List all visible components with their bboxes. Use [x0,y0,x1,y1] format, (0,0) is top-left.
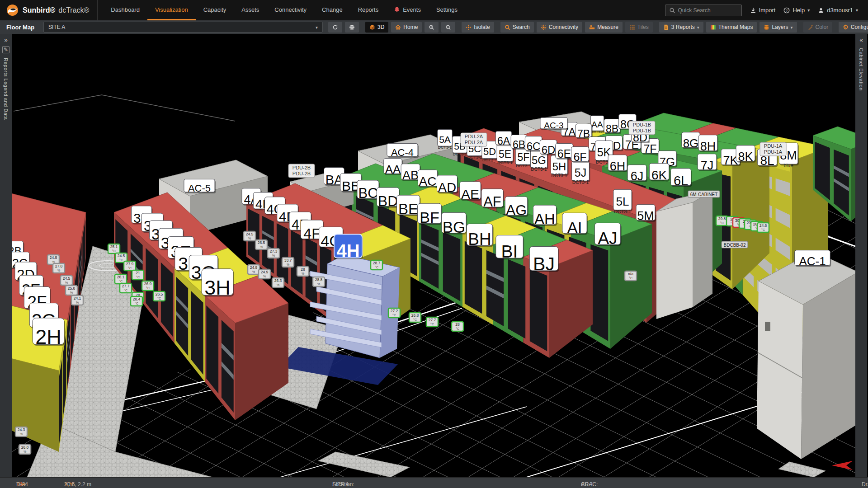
svg-text:°C: °C [119,280,123,283]
cabinet-label-bh[interactable]: BH [467,224,493,249]
search-button[interactable]: Search [500,22,534,33]
cabinet-label-bc[interactable]: BC [357,180,380,201]
brand: Sunbird® dcTrack® [0,0,98,20]
cabinet-label-ad[interactable]: AD [437,175,458,195]
cabinet-label-ah[interactable]: AH [533,205,557,227]
floor-map-3d-canvas[interactable]: 24.8%27.8%24.5%25.8%24.1%24.3%26.0%24.5%… [12,34,855,477]
cabinet-label-8g[interactable]: 8G [682,132,701,150]
edit-icon[interactable]: ✎ [2,46,9,53]
right-panel-collapsed: « Cabinet Elevation [855,34,867,477]
cabinet-label-aa[interactable]: AA [384,159,403,176]
cabinet-label-bf[interactable]: BF [418,203,443,226]
cabinet-label-5j[interactable]: 5JDCT3-1 [572,161,590,185]
cabinet-label-af[interactable]: AF [481,189,504,210]
reports-button[interactable]: 3 Reports▾ [659,22,703,33]
cabinet-label-6a[interactable]: 6A [495,131,513,146]
svg-text:PDU-1A: PDU-1A [764,143,783,149]
refresh-button[interactable] [328,22,342,33]
cabinet-label-8h[interactable]: 8H [698,135,718,153]
svg-text:PDU-2A: PDU-2A [465,140,483,145]
sensor-badge: 26.0% [19,445,31,454]
cabinet-label-5a[interactable]: 5ADCT3-1 [438,130,453,150]
nav-item-settings[interactable]: Settings [429,0,465,20]
expand-left-icon[interactable]: « [859,37,863,43]
cabinet-label-ac[interactable]: AC [418,170,438,188]
nav-item-capacity[interactable]: Capacity [196,0,234,20]
nav-item-visualization[interactable]: Visualization [147,0,196,20]
crac-label-ac-1[interactable]: AC-1 [795,250,831,268]
user-menu[interactable]: d3mousr1 ▾ [818,7,858,14]
nav-item-reports[interactable]: Reports [350,0,387,20]
left-panel-title[interactable]: Reports Legend and Data [3,58,9,120]
pdu-label-pdu-1a[interactable]: PDU-1APDU-1A [760,142,786,156]
button-label: Configure [851,24,868,30]
cabinet-label-5l[interactable]: 5LDCT3-1 [613,189,632,214]
svg-text:27.3: 27.3 [270,249,278,253]
crac-label-ac-3[interactable]: AC-3 [540,117,568,130]
right-panel-title[interactable]: Cabinet Elevation [859,48,864,91]
cabinet-5m-gray[interactable] [656,191,712,319]
cube-icon [369,24,375,30]
pdu-label-pdu-1b[interactable]: PDU-1BPDU-1B [629,121,655,135]
cabinet-label-6j[interactable]: 6J [627,165,647,183]
cabinet-label-be[interactable]: BE [396,195,420,217]
cabinet-label-bg[interactable]: BG [442,212,467,235]
cabinet-label-aj[interactable]: AJ [594,223,621,248]
pdu-label-pdu-2b[interactable]: PDU-2BPDU-2B [288,164,315,178]
cabinet-label-6l[interactable]: 6L [671,169,692,188]
nav-item-assets[interactable]: Assets [234,0,267,20]
crac-ac-1[interactable] [757,251,855,459]
tag-label-bdcbb-02[interactable]: BDCBB-02 [722,241,748,248]
cabinet-label-bi[interactable]: BI [496,235,524,261]
connectivity-button[interactable]: Connectivity [537,22,582,33]
thermal-maps-button[interactable]: Thermal Maps [706,22,757,33]
expand-right-icon[interactable]: » [4,37,7,43]
print-button[interactable] [345,22,359,33]
svg-text:5E: 5E [499,148,511,160]
isolate-button[interactable]: Isolate [462,22,494,33]
crac-label-ac-5[interactable]: AC-5 [184,179,216,194]
sensor-badge: 27.3% [268,249,279,258]
cabinet-label-ae[interactable]: AE [460,182,482,202]
pdu-label-pdu-2a[interactable]: PDU-2APDU-2A [461,133,487,146]
import-button[interactable]: Import [750,7,776,14]
cabinet-label-3h[interactable]: 3H [202,269,234,299]
cabinet-label-ag[interactable]: AG [505,197,528,218]
svg-text:28.8: 28.8 [315,277,323,282]
sensor-badge: 26.3% [272,278,284,287]
color-button[interactable]: Color [803,22,833,33]
3d-toggle-button[interactable]: 3D [365,22,388,33]
nav-item-change[interactable]: Change [314,0,350,20]
zoom-out-button[interactable] [441,22,455,33]
quick-search[interactable] [665,5,742,16]
selected-cabinet-label-4h[interactable]: 4H [334,235,363,261]
quick-search-input[interactable] [678,7,738,14]
cabinet-label-bj[interactable]: BJ [529,247,559,274]
nav-item-events[interactable]: Events [386,0,429,20]
svg-text:AC-3: AC-3 [544,121,563,130]
configure-button[interactable]: ⚙Configure [839,22,868,33]
cabinet-label-2h[interactable]: 2H [33,318,65,348]
svg-text:28: 28 [301,267,305,272]
cabinet-label-7j[interactable]: 7J [698,154,717,172]
crac-label-ac-4[interactable]: AC-4 [387,143,419,158]
tag-label-6m-cabinet[interactable]: 6M-CABINET [688,191,720,197]
svg-text:n/a: n/a [628,272,633,276]
layers-button[interactable]: Layers▾ [760,22,797,33]
cabinet-label-6h[interactable]: 6H [608,155,628,173]
cabinet-label-8k[interactable]: 8K [736,145,756,164]
help-button[interactable]: ? Help ▾ [783,7,810,14]
tiles-button[interactable]: Tiles [625,22,653,33]
cabinet-label-6k[interactable]: 6K [649,164,670,182]
cabinet-label-ai[interactable]: AI [562,213,588,236]
site-select[interactable]: SITE A ▾ [43,22,323,33]
nav-item-dashboard[interactable]: Dashboard [103,0,147,20]
nav-item-connectivity[interactable]: Connectivity [267,0,314,20]
zoom-in-button[interactable] [425,22,439,33]
button-label: Home [403,24,418,30]
home-button[interactable]: Home [391,22,422,33]
cabinet-label-6d[interactable]: 6D [540,140,557,156]
cabinet-label-6f[interactable]: 6F [571,147,590,164]
cabinet-label-5m[interactable]: 5M [636,205,656,223]
measure-button[interactable]: Measure [585,22,623,33]
